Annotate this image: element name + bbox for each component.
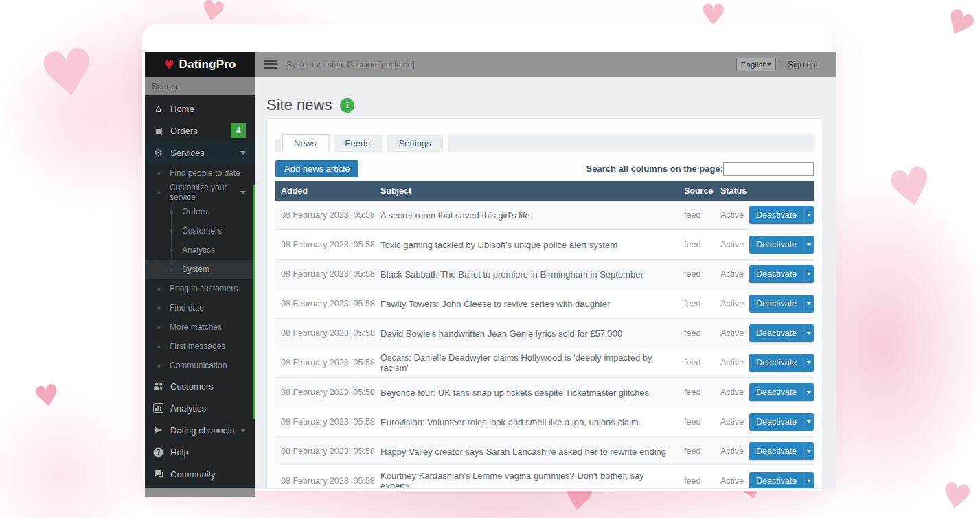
- gear-icon: ⚙: [152, 147, 164, 158]
- bottom-scrollbar[interactable]: [145, 488, 255, 497]
- chart-icon: [152, 403, 164, 413]
- columns-search-input[interactable]: [723, 162, 814, 176]
- sidebar-item-label: More matches: [170, 322, 222, 332]
- deactivate-dropdown-toggle[interactable]: [804, 236, 814, 254]
- deactivate-button[interactable]: Deactivate: [749, 236, 804, 254]
- deactivate-dropdown-toggle[interactable]: [804, 206, 814, 224]
- deactivate-button[interactable]: Deactivate: [749, 295, 804, 313]
- tab-news[interactable]: News: [282, 134, 328, 152]
- sidebar-item-find-date[interactable]: Find date: [145, 298, 255, 317]
- sidebar-item-label: Find date: [170, 303, 204, 313]
- cell-source: feed: [673, 358, 709, 368]
- cell-source: feed: [673, 269, 709, 279]
- tabbar-stub: [275, 139, 281, 152]
- cell-subject: Oscars: Danielle Deadwyler claims Hollyw…: [375, 352, 673, 373]
- sidebar-item-sub-orders[interactable]: Orders: [145, 202, 255, 221]
- deactivate-dropdown-toggle[interactable]: [804, 442, 814, 460]
- sidebar-item-sub-analytics[interactable]: Analytics: [145, 240, 255, 260]
- deactivate-button[interactable]: Deactivate: [749, 354, 804, 372]
- heart-icon: ♥: [938, 477, 975, 516]
- chevron-down-icon: [807, 273, 811, 275]
- hamburger-menu-icon[interactable]: [264, 60, 277, 69]
- sidebar-item-label: Find people to date: [170, 168, 240, 178]
- table-row: 08 February 2023, 05:58 Oscars: Danielle…: [275, 348, 814, 378]
- sidebar-item-label: Communication: [170, 361, 227, 370]
- deactivate-dropdown-toggle[interactable]: [804, 413, 814, 431]
- cell-status: Active: [709, 476, 744, 486]
- bullet-icon: [157, 191, 161, 194]
- sidebar-item-home[interactable]: ⌂ Home: [145, 98, 255, 120]
- sidebar-search-input[interactable]: [145, 77, 255, 95]
- sidebar-item-label: Customers: [170, 381, 214, 392]
- sidebar-item-more-matches[interactable]: More matches: [145, 317, 255, 337]
- sidebar-item-label: Analytics: [182, 245, 215, 255]
- chevron-down-icon: [240, 191, 246, 194]
- sidebar-item-help[interactable]: ? Help: [145, 441, 255, 463]
- add-news-article-button[interactable]: Add news article: [275, 160, 358, 177]
- tab-feeds[interactable]: Feeds: [334, 135, 382, 152]
- deactivate-dropdown-toggle[interactable]: [804, 324, 814, 342]
- sidebar-item-orders[interactable]: ▣ Orders 4: [145, 120, 255, 142]
- deactivate-split-button: Deactivate: [749, 206, 814, 224]
- chevron-down-icon: [807, 420, 811, 423]
- deactivate-dropdown-toggle[interactable]: [804, 472, 814, 489]
- services-submenu: Find people to date Customize your servi…: [145, 164, 255, 375]
- sidebar-item-services[interactable]: ⚙ Services: [145, 142, 255, 164]
- main-content: Site news i News Feeds Settings Add news…: [255, 77, 836, 489]
- sidebar-item-communication[interactable]: Communication: [145, 356, 255, 375]
- cell-status: Active: [709, 417, 744, 427]
- sidebar-item-customers[interactable]: Customers: [145, 375, 255, 397]
- heart-icon: ♥: [939, 2, 980, 45]
- chevron-down-icon: [807, 361, 811, 364]
- sidebar-item-label: Bring in customers: [170, 284, 238, 293]
- deactivate-dropdown-toggle[interactable]: [804, 265, 814, 283]
- cell-status: Active: [709, 358, 744, 368]
- language-select[interactable]: English: [736, 58, 776, 71]
- table-body: 08 February 2023, 05:58 A secret room th…: [275, 201, 814, 489]
- deactivate-button[interactable]: Deactivate: [749, 206, 804, 224]
- bullet-icon: [170, 249, 173, 252]
- news-panel: News Feeds Settings Add news article Sea…: [266, 118, 821, 489]
- cell-added: 08 February 2023, 05:58: [275, 417, 375, 427]
- column-header-added: Added: [275, 186, 375, 196]
- deactivate-button[interactable]: Deactivate: [749, 472, 804, 489]
- table-row: 08 February 2023, 05:58 Happy Valley cre…: [275, 437, 814, 466]
- deactivate-dropdown-toggle[interactable]: [804, 383, 814, 401]
- deactivate-split-button: Deactivate: [749, 413, 814, 431]
- deactivate-split-button: Deactivate: [749, 324, 814, 342]
- deactivate-dropdown-toggle[interactable]: [804, 354, 814, 372]
- sidebar-item-label: Analytics: [170, 403, 206, 414]
- sidebar-item-first-messages[interactable]: First messages: [145, 337, 255, 356]
- people-icon: [152, 381, 164, 391]
- language-value: English: [741, 60, 767, 69]
- sidebar-item-sub-customers[interactable]: Customers: [145, 221, 255, 240]
- sidebar-item-sub-system[interactable]: System: [145, 260, 255, 279]
- deactivate-button[interactable]: Deactivate: [749, 324, 804, 342]
- sidebar-item-find-people[interactable]: Find people to date: [145, 164, 255, 183]
- cell-source: feed: [673, 210, 709, 220]
- sidebar-item-community[interactable]: Community: [145, 463, 255, 485]
- deactivate-button[interactable]: Deactivate: [749, 265, 804, 283]
- sidebar-item-bring-in-customers[interactable]: Bring in customers: [145, 279, 255, 298]
- sidebar-item-customize-service[interactable]: Customize your service: [145, 183, 255, 202]
- deactivate-button[interactable]: Deactivate: [749, 442, 804, 460]
- column-header-source: Source: [673, 186, 709, 196]
- sign-out-link[interactable]: Sign out: [788, 60, 818, 69]
- deactivate-dropdown-toggle[interactable]: [804, 295, 814, 313]
- cell-subject: Black Sabbath The Ballet to premiere in …: [375, 269, 673, 280]
- deactivate-button[interactable]: Deactivate: [749, 383, 804, 401]
- chevron-down-icon: [807, 480, 811, 482]
- cell-source: feed: [673, 328, 709, 338]
- sidebar-item-dating-channels[interactable]: Dating channels: [145, 419, 255, 441]
- cell-added: 08 February 2023, 05:58: [275, 299, 375, 308]
- info-icon[interactable]: i: [340, 98, 354, 113]
- deactivate-button[interactable]: Deactivate: [749, 413, 804, 431]
- tab-settings[interactable]: Settings: [387, 135, 443, 152]
- column-header-status: Status: [709, 186, 744, 196]
- tabbar-fill: [448, 134, 814, 152]
- table-row: 08 February 2023, 05:58 David Bowie's ha…: [275, 319, 814, 348]
- cell-added: 08 February 2023, 05:58: [275, 240, 375, 249]
- sidebar-item-analytics[interactable]: Analytics: [145, 397, 255, 419]
- page-title: Site news: [266, 96, 332, 114]
- cell-status: Active: [709, 447, 744, 456]
